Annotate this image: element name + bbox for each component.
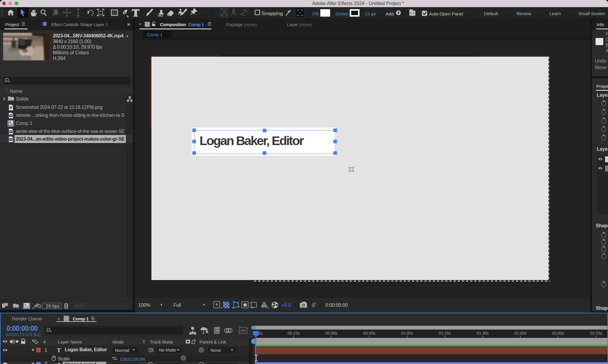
svg-text:2: 2	[45, 362, 47, 364]
svg-text:T: T	[57, 347, 61, 353]
svg-text:1: 1	[45, 348, 47, 353]
